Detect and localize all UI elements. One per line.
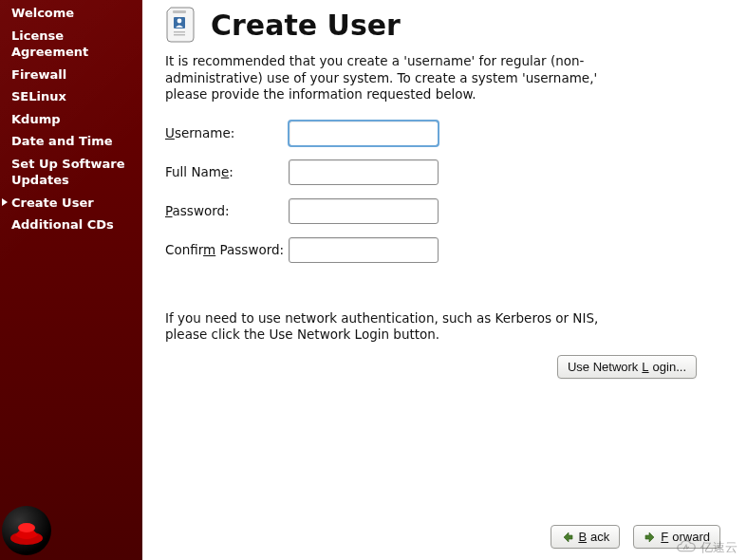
sidebar-item-kdump[interactable]: Kdump: [0, 108, 142, 131]
page-header: Create User: [165, 6, 720, 44]
page-title: Create User: [211, 9, 401, 42]
redhat-logo: [2, 506, 51, 555]
confirm-password-input[interactable]: [289, 237, 439, 263]
sidebar-item-welcome[interactable]: Welcome: [0, 2, 142, 25]
redhat-hat-icon: [8, 512, 46, 550]
username-input[interactable]: [289, 121, 439, 146]
network-auth-text: If you need to use network authenticatio…: [165, 310, 621, 344]
create-user-form: Username: Full Name: Password: Confirm P…: [165, 121, 720, 263]
sidebar-item-date-and-time[interactable]: Date and Time: [0, 130, 142, 153]
sidebar-item-set-up-software-updates[interactable]: Set Up Software Updates: [0, 153, 142, 192]
sidebar-item-label: Set Up Software Updates: [11, 157, 124, 188]
svg-rect-6: [174, 34, 185, 36]
wizard-nav-buttons: Back Forward: [551, 525, 720, 549]
sidebar-item-label: License Agreement: [11, 28, 88, 60]
main-content: Create User It is recommended that you c…: [142, 0, 747, 560]
arrow-left-icon: [561, 531, 574, 544]
sidebar-item-selinux[interactable]: SELinux: [0, 85, 142, 108]
sidebar-item-label: Kdump: [11, 112, 61, 126]
password-input[interactable]: [289, 198, 439, 224]
svg-point-4: [177, 19, 182, 24]
sidebar-item-label: Additional CDs: [11, 217, 114, 232]
sidebar-item-create-user[interactable]: Create User: [0, 192, 142, 215]
sidebar-item-firewall[interactable]: Firewall: [0, 64, 142, 86]
sidebar-item-additional-cds[interactable]: Additional CDs: [0, 214, 142, 236]
sidebar-item-label: Welcome: [11, 6, 74, 20]
sidebar-item-label: Date and Time: [11, 134, 113, 148]
fullname-label: Full Name:: [165, 164, 289, 179]
sidebar-item-license-agreement[interactable]: License Agreement: [0, 25, 142, 64]
sidebar: Welcome License Agreement Firewall SELin…: [0, 0, 142, 560]
svg-rect-5: [174, 31, 185, 33]
back-button[interactable]: Back: [551, 525, 620, 549]
network-login-row: Use Network Login...: [165, 355, 697, 379]
fullname-input[interactable]: [289, 159, 439, 185]
forward-button[interactable]: Forward: [633, 525, 720, 549]
svg-rect-2: [173, 10, 186, 13]
svg-point-1: [18, 523, 35, 532]
sidebar-item-label: SELinux: [11, 89, 66, 103]
user-page-icon: [165, 6, 201, 44]
use-network-login-button[interactable]: Use Network Login...: [557, 355, 697, 379]
arrow-right-icon: [644, 531, 657, 544]
sidebar-item-label: Create User: [11, 196, 94, 210]
password-label: Password:: [165, 203, 289, 218]
intro-text: It is recommended that you create a 'use…: [165, 53, 621, 103]
username-label: Username:: [165, 125, 289, 140]
sidebar-items: Welcome License Agreement Firewall SELin…: [0, 2, 142, 236]
sidebar-item-label: Firewall: [11, 67, 66, 82]
confirm-password-label: Confirm Password:: [165, 242, 289, 257]
